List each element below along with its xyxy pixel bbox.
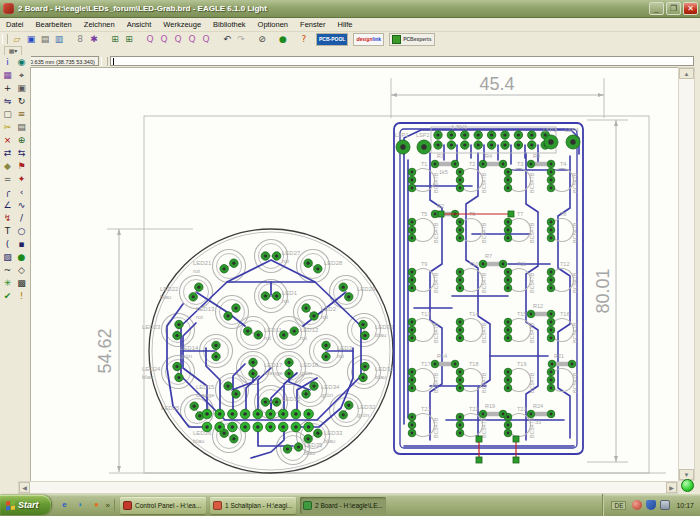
ripup-tool[interactable]: ↯: [1, 212, 14, 224]
undo-button[interactable]: ↶: [220, 33, 234, 46]
signal-tool[interactable]: ~: [1, 264, 14, 276]
menu-werkzeuge[interactable]: Werkzeuge: [157, 20, 207, 29]
move-tool[interactable]: +: [1, 82, 14, 94]
task-button[interactable]: 2 Board - H:\eagle\LE...: [300, 497, 386, 514]
pcb-pool-banner[interactable]: PCB-POOL: [316, 33, 348, 46]
horizontal-scrollbar[interactable]: ◀ ▶: [18, 481, 678, 494]
quicklaunch-messenger[interactable]: ◗: [75, 499, 87, 511]
open-schematic-button[interactable]: ⊞: [108, 33, 122, 46]
zoom-fit-button[interactable]: Q: [143, 33, 157, 46]
scroll-right-arrow[interactable]: ▶: [666, 482, 677, 493]
redo-button[interactable]: ↷: [234, 33, 248, 46]
board-canvas[interactable]: 45.480.0154.62LED27rotLED28LED29LED30bla…: [30, 67, 678, 481]
scroll-left-arrow[interactable]: ◀: [19, 482, 30, 493]
pcb-experts-banner[interactable]: PCBexperts: [389, 33, 434, 46]
go-button[interactable]: ●: [276, 33, 290, 46]
change-tool[interactable]: ≡: [15, 108, 28, 120]
tray-audio-icon[interactable]: [632, 500, 642, 510]
mark-tool[interactable]: ⌖: [15, 69, 28, 81]
task-button[interactable]: Control Panel - H:\ea...: [120, 497, 206, 514]
zoom-redraw-button[interactable]: Q: [185, 33, 199, 46]
task-button[interactable]: 1 Schaltplan - H:\eagl...: [210, 497, 296, 514]
polygon-tool[interactable]: ▨: [1, 251, 14, 263]
quicklaunch-ie[interactable]: e: [59, 499, 71, 511]
menu-fenster[interactable]: Fenster: [294, 20, 331, 29]
language-indicator[interactable]: DE: [611, 501, 626, 510]
command-handle[interactable]: [101, 57, 108, 66]
svg-text:BC547B: BC547B: [529, 222, 535, 243]
menu-optionen[interactable]: Optionen: [252, 20, 294, 29]
toolbar-handle[interactable]: [2, 34, 8, 44]
zoom-out-button[interactable]: Q: [171, 33, 185, 46]
open-button[interactable]: ▱: [10, 33, 24, 46]
menu-bibliothek[interactable]: Bibliothek: [207, 20, 252, 29]
auto-tool[interactable]: ▩: [15, 277, 28, 289]
group-tool[interactable]: ▢: [1, 108, 14, 120]
svg-text:rot: rot: [337, 353, 344, 359]
show-tool[interactable]: ◉: [15, 56, 28, 68]
help-button[interactable]: ?: [297, 33, 311, 46]
paste-tool[interactable]: ▤: [15, 121, 28, 133]
grid-button[interactable]: ▦▾: [4, 46, 22, 56]
scroll-up-arrow[interactable]: ▲: [679, 68, 694, 79]
name-tool[interactable]: ⚑: [15, 160, 28, 172]
menu-datei[interactable]: Datei: [0, 20, 30, 29]
pinswap-tool[interactable]: ⇄: [1, 147, 14, 159]
arc-tool[interactable]: (: [1, 238, 14, 250]
use-button[interactable]: 8: [73, 33, 87, 46]
open-board-button[interactable]: ⊞: [122, 33, 136, 46]
cam-button[interactable]: ▥: [52, 33, 66, 46]
zoom-select-button[interactable]: Q: [199, 33, 213, 46]
menu-zeichnen[interactable]: Zeichnen: [78, 20, 121, 29]
taskbar: Start e◗●» Control Panel - H:\ea...1 Sch…: [0, 494, 700, 516]
text-tool[interactable]: T: [1, 225, 14, 237]
svg-text:LED1: LED1: [282, 290, 298, 296]
zoom-in-button[interactable]: Q: [157, 33, 171, 46]
svg-text:BC547B: BC547B: [481, 272, 487, 293]
save-button[interactable]: ▣: [24, 33, 38, 46]
ratsnest-tool[interactable]: ✳: [1, 277, 14, 289]
replace-tool[interactable]: ⇆: [15, 147, 28, 159]
value-tool[interactable]: =: [1, 173, 14, 185]
stop-button[interactable]: ⊘: [255, 33, 269, 46]
errors-tool[interactable]: !: [15, 290, 28, 302]
lock-tool[interactable]: ◆: [1, 160, 14, 172]
rotate-tool[interactable]: ↻: [15, 95, 28, 107]
split-tool[interactable]: ‹: [15, 186, 28, 198]
add-tool[interactable]: ⊕: [15, 134, 28, 146]
print-button[interactable]: ▤: [38, 33, 52, 46]
quicklaunch-firefox[interactable]: ●: [91, 499, 103, 511]
svg-text:LED28: LED28: [324, 260, 343, 266]
display-tool[interactable]: ▦: [1, 69, 14, 81]
svg-text:R21: R21: [554, 353, 564, 359]
route-tool[interactable]: ∿: [15, 199, 28, 211]
mirror-tool[interactable]: ⇋: [1, 95, 14, 107]
tray-security-icon[interactable]: [646, 500, 656, 510]
minimize-button[interactable]: _: [649, 2, 664, 15]
menu-hilfe[interactable]: Hilfe: [331, 20, 358, 29]
optimize-tool[interactable]: ∠: [1, 199, 14, 211]
circle-tool[interactable]: ○: [15, 225, 28, 237]
design-link-banner[interactable]: designlink: [353, 33, 384, 46]
menu-bearbeiten[interactable]: Bearbeiten: [30, 20, 78, 29]
smash-tool[interactable]: ✦: [15, 173, 28, 185]
delete-tool[interactable]: ×: [1, 134, 14, 146]
vertical-scrollbar[interactable]: ▲ ▼: [678, 67, 695, 481]
command-input[interactable]: [110, 56, 694, 66]
quick-launch-chevron[interactable]: »: [106, 501, 110, 510]
drc-tool[interactable]: ✔: [1, 290, 14, 302]
maximize-button[interactable]: ❐: [666, 2, 681, 15]
tray-display-icon[interactable]: [660, 500, 670, 510]
miter-tool[interactable]: ╭: [1, 186, 14, 198]
copy-tool[interactable]: ▣: [15, 82, 28, 94]
rect-tool[interactable]: ▪: [15, 238, 28, 250]
wire-tool[interactable]: /: [15, 212, 28, 224]
cut-tool[interactable]: ✂: [1, 121, 14, 133]
close-button[interactable]: ✕: [683, 2, 698, 15]
hole-tool[interactable]: ◇: [15, 264, 28, 276]
run-ulp-button[interactable]: ✱: [87, 33, 101, 46]
info-tool[interactable]: i: [1, 56, 14, 68]
via-tool[interactable]: ●: [15, 251, 28, 263]
menu-ansicht[interactable]: Ansicht: [121, 20, 158, 29]
start-button[interactable]: Start: [0, 495, 51, 515]
